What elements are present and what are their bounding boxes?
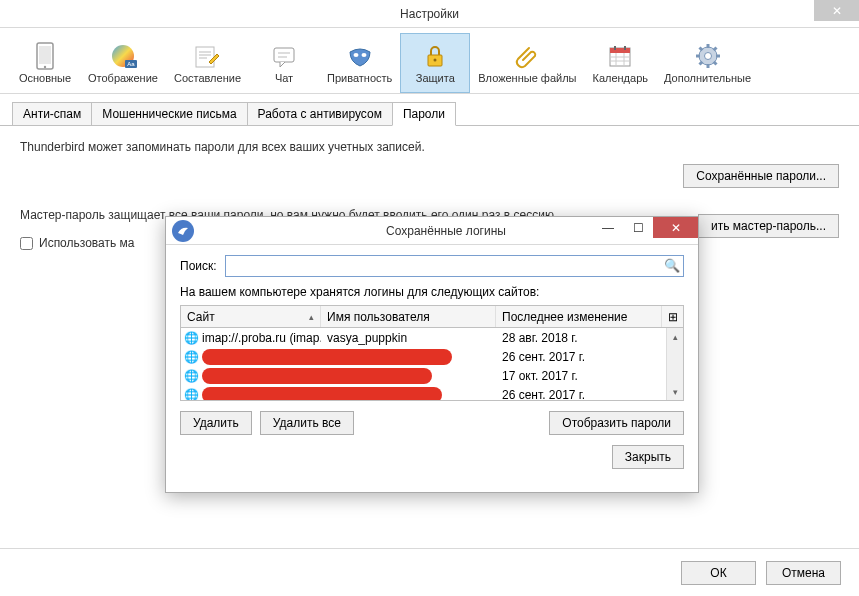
main-titlebar: Настройки ✕ — [0, 0, 859, 28]
svg-point-13 — [353, 53, 358, 57]
toolbar-label: Чат — [275, 72, 293, 84]
paperclip-icon — [513, 42, 541, 70]
toolbar-advanced[interactable]: Дополнительные — [656, 33, 759, 93]
logins-table: Сайт▴ Имя пользователя Последнее изменен… — [180, 305, 684, 401]
toolbar-label: Составление — [174, 72, 241, 84]
svg-rect-10 — [274, 48, 294, 62]
svg-line-31 — [699, 47, 702, 50]
table-scrollbar[interactable]: ▴ ▾ — [666, 328, 683, 400]
row-user: vasya_puppkin — [321, 331, 496, 345]
sort-asc-icon: ▴ — [309, 312, 314, 322]
toolbar-calendar[interactable]: Календарь — [584, 33, 656, 93]
calendar-icon — [606, 42, 634, 70]
show-passwords-button[interactable]: Отобразить пароли — [549, 411, 684, 435]
use-master-checkbox[interactable] — [20, 237, 33, 250]
dialog-close-button[interactable]: ✕ — [653, 217, 698, 238]
col-header-date[interactable]: Последнее изменение — [496, 306, 661, 327]
table-row[interactable]: 🌐26 сент. 2017 г. — [181, 347, 683, 366]
toolbar: Основные Aa Отображение Составление Чат … — [0, 28, 859, 94]
col-picker-button[interactable]: ⊞ — [661, 306, 683, 327]
toolbar-privacy[interactable]: Приватность — [319, 33, 400, 93]
tab-antispam[interactable]: Анти-спам — [12, 102, 92, 125]
toolbar-label: Дополнительные — [664, 72, 751, 84]
delete-all-button[interactable]: Удалить все — [260, 411, 354, 435]
col-header-site[interactable]: Сайт▴ — [181, 306, 321, 327]
toolbar-display[interactable]: Aa Отображение — [80, 33, 166, 93]
globe-icon: 🌐 — [184, 369, 198, 383]
row-site-text: imap://.proba.ru (imap... — [202, 331, 321, 345]
use-master-label: Использовать ма — [39, 236, 134, 250]
toolbar-security[interactable]: Защита — [400, 33, 470, 93]
window-title: Настройки — [400, 7, 459, 21]
tab-antivirus[interactable]: Работа с антивирусом — [247, 102, 393, 125]
compose-icon — [193, 42, 221, 70]
dialog-description: На вашем компьютере хранятся логины для … — [180, 285, 684, 299]
svg-rect-1 — [39, 46, 51, 64]
svg-point-16 — [434, 58, 437, 61]
toolbar-composition[interactable]: Составление — [166, 33, 249, 93]
svg-line-33 — [699, 61, 702, 64]
window-close-button[interactable]: ✕ — [814, 0, 859, 21]
svg-line-34 — [713, 47, 716, 50]
redacted-content — [202, 368, 432, 384]
scroll-up-button[interactable]: ▴ — [667, 328, 683, 345]
main-footer: ОК Отмена — [0, 548, 859, 596]
chat-icon — [270, 42, 298, 70]
redacted-content — [202, 349, 452, 365]
saved-logins-dialog: Сохранённые логины — ☐ ✕ Поиск: 🔍 На ваш… — [165, 216, 699, 493]
tab-passwords[interactable]: Пароли — [392, 102, 456, 126]
globe-icon: 🌐 — [184, 331, 198, 345]
toolbar-general[interactable]: Основные — [10, 33, 80, 93]
phone-icon — [31, 42, 59, 70]
palette-icon: Aa — [109, 42, 137, 70]
scroll-down-button[interactable]: ▾ — [667, 383, 683, 400]
svg-point-14 — [361, 53, 366, 57]
toolbar-attachments[interactable]: Вложенные файлы — [470, 33, 584, 93]
table-row[interactable]: 🌐26 сент. 2017 г. — [181, 385, 683, 401]
lock-icon — [421, 42, 449, 70]
ok-button[interactable]: ОК — [681, 561, 756, 585]
toolbar-label: Вложенные файлы — [478, 72, 576, 84]
row-date: 28 авг. 2018 г. — [496, 331, 683, 345]
toolbar-chat[interactable]: Чат — [249, 33, 319, 93]
dialog-minimize-button[interactable]: — — [593, 217, 623, 238]
svg-point-26 — [704, 52, 711, 59]
tab-scam[interactable]: Мошеннические письма — [91, 102, 247, 125]
globe-icon: 🌐 — [184, 388, 198, 402]
cancel-button[interactable]: Отмена — [766, 561, 841, 585]
search-input[interactable] — [225, 255, 684, 277]
col-header-user[interactable]: Имя пользователя — [321, 306, 496, 327]
search-label: Поиск: — [180, 259, 217, 273]
svg-line-32 — [713, 61, 716, 64]
toolbar-label: Календарь — [592, 72, 648, 84]
gear-icon — [694, 42, 722, 70]
remember-text: Thunderbird может запоминать пароли для … — [20, 140, 839, 154]
mask-icon — [346, 42, 374, 70]
dialog-close-btn[interactable]: Закрыть — [612, 445, 684, 469]
svg-text:Aa: Aa — [127, 61, 135, 67]
dialog-titlebar[interactable]: Сохранённые логины — ☐ ✕ — [166, 217, 698, 245]
table-row[interactable]: 🌐imap://.proba.ru (imap...vasya_puppkin2… — [181, 328, 683, 347]
row-date: 26 сент. 2017 г. — [496, 350, 683, 364]
toolbar-label: Отображение — [88, 72, 158, 84]
svg-point-2 — [44, 65, 46, 67]
svg-rect-18 — [610, 48, 630, 53]
saved-passwords-button[interactable]: Сохранённые пароли... — [683, 164, 839, 188]
toolbar-label: Основные — [19, 72, 71, 84]
toolbar-label: Защита — [416, 72, 455, 84]
change-master-button[interactable]: ить мастер-пароль... — [698, 214, 839, 238]
globe-icon: 🌐 — [184, 350, 198, 364]
table-row[interactable]: 🌐17 окт. 2017 г. — [181, 366, 683, 385]
dialog-maximize-button[interactable]: ☐ — [623, 217, 653, 238]
toolbar-label: Приватность — [327, 72, 392, 84]
row-date: 17 окт. 2017 г. — [496, 369, 683, 383]
redacted-content — [202, 387, 442, 402]
row-date: 26 сент. 2017 г. — [496, 388, 683, 402]
thunderbird-icon — [172, 220, 194, 242]
tabs-row: Анти-спам Мошеннические письма Работа с … — [0, 94, 859, 126]
delete-button[interactable]: Удалить — [180, 411, 252, 435]
